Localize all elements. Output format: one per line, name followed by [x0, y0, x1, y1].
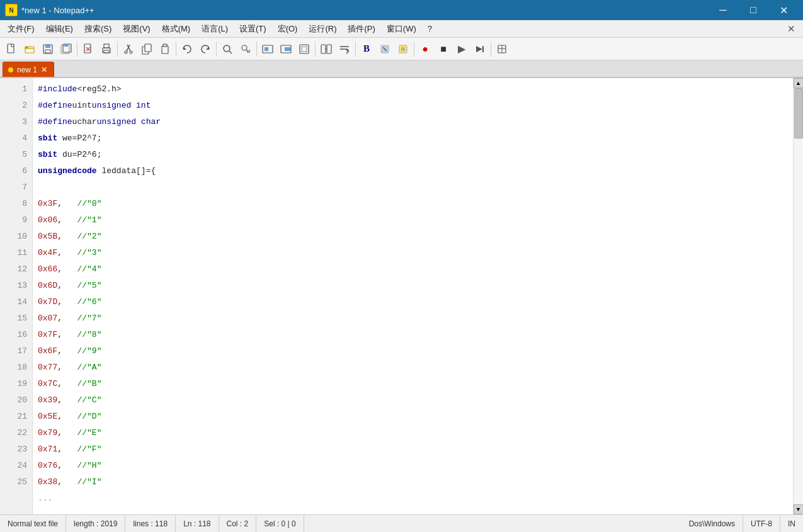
code-line-24: 0x76, //"H"	[38, 457, 793, 473]
tb-style3[interactable]	[394, 40, 412, 58]
tb-zoom-out[interactable]	[277, 40, 295, 58]
window-title: *new 1 - Notepad++	[21, 6, 94, 15]
sep8	[414, 42, 414, 57]
tab-modified-indicator	[8, 67, 13, 72]
tb-macro-end[interactable]	[471, 40, 489, 58]
menu-settings[interactable]: 设置(T)	[234, 21, 271, 37]
svg-rect-8	[64, 44, 68, 47]
code-line-21: 0x5E, //"D"	[38, 408, 793, 424]
svg-point-25	[224, 45, 230, 52]
line-number-7: 7	[0, 179, 32, 195]
tb-plugin[interactable]	[493, 40, 511, 58]
tb-find[interactable]	[219, 40, 236, 58]
status-length: length : 2019	[66, 515, 125, 532]
status-col: Col : 2	[219, 515, 257, 532]
tb-full[interactable]	[295, 40, 313, 58]
line-number-23: 23	[0, 441, 32, 457]
code-line-11: 0x4F, //"3"	[38, 244, 793, 261]
menu-help[interactable]: ?	[423, 22, 437, 35]
code-line-22: 0x79, //"E"	[38, 424, 793, 441]
svg-rect-36	[327, 45, 331, 54]
svg-point-18	[130, 51, 132, 54]
line-numbers: 1234567891011121314151617181920212223242…	[0, 78, 33, 514]
code-line-2: #define uint unsigned int	[38, 97, 793, 113]
status-bar: Normal text file length : 2019 lines : 1…	[0, 514, 803, 532]
toolbar: B ● ■ ▶	[0, 38, 803, 60]
menu-file[interactable]: 文件(F)	[3, 21, 40, 37]
tb-copy[interactable]	[138, 40, 156, 58]
tb-style-bold[interactable]: B	[358, 40, 375, 58]
scroll-up-btn[interactable]: ▲	[794, 78, 804, 88]
menu-plugins[interactable]: 插件(P)	[343, 21, 380, 37]
menu-language[interactable]: 语言(L)	[196, 21, 233, 37]
svg-line-26	[229, 51, 232, 54]
code-line-4: sbit we=P2^7;	[38, 130, 793, 146]
tb-close[interactable]	[79, 40, 97, 58]
tb-style2[interactable]	[376, 40, 394, 58]
line-number-15: 15	[0, 310, 32, 326]
line-number-17: 17	[0, 342, 32, 359]
tab-new1[interactable]: new 1 ✕	[3, 62, 54, 77]
menu-view[interactable]: 视图(V)	[118, 21, 155, 37]
menu-macro[interactable]: 宏(O)	[273, 21, 303, 37]
line-number-20: 20	[0, 392, 32, 408]
tb-paste[interactable]	[156, 40, 174, 58]
line-number-16: 16	[0, 326, 32, 342]
scroll-track[interactable]	[794, 88, 804, 504]
svg-point-27	[242, 45, 247, 50]
tb-macro-rec[interactable]: ●	[416, 40, 434, 58]
line-number-18: 18	[0, 359, 32, 375]
menu-edit[interactable]: 编辑(E)	[41, 21, 78, 37]
tab-close-btn[interactable]: ✕	[41, 65, 47, 74]
tb-replace[interactable]	[237, 40, 254, 58]
tb-save-all[interactable]	[57, 40, 75, 58]
svg-rect-5	[45, 50, 50, 53]
maximize-button[interactable]: □	[739, 0, 768, 20]
tb-print[interactable]	[98, 40, 115, 58]
tb-cut[interactable]	[120, 40, 137, 58]
menu-format[interactable]: 格式(M)	[157, 21, 196, 37]
title-controls: ─ □ ✕	[709, 0, 798, 20]
tb-macro-stop[interactable]: ■	[435, 40, 452, 58]
editor-container: 1234567891011121314151617181920212223242…	[0, 78, 803, 514]
line-number-6: 6	[0, 162, 32, 179]
menu-window[interactable]: 窗口(W)	[382, 21, 421, 37]
line-number-10: 10	[0, 228, 32, 244]
tb-redo[interactable]	[196, 40, 214, 58]
vertical-scrollbar[interactable]: ▲ ▼	[793, 78, 803, 514]
menu-close-x[interactable]: ✕	[782, 21, 800, 37]
svg-rect-13	[104, 44, 109, 48]
status-file-type: Normal text file	[0, 515, 66, 532]
code-line-17: 0x6F, //"9"	[38, 342, 793, 359]
svg-point-17	[125, 51, 127, 54]
tb-new[interactable]	[3, 40, 20, 58]
svg-rect-2	[25, 47, 28, 48]
line-number-12: 12	[0, 261, 32, 277]
line-number-19: 19	[0, 375, 32, 392]
code-area[interactable]: #include<reg52.h>#define uint unsigned i…	[33, 78, 793, 514]
svg-marker-24	[206, 47, 209, 50]
code-line-13: 0x6D, //"5"	[38, 277, 793, 293]
tb-sync[interactable]	[317, 40, 335, 58]
code-line-14: 0x7D, //"6"	[38, 293, 793, 310]
scroll-thumb[interactable]	[794, 88, 803, 139]
tb-open[interactable]	[21, 40, 38, 58]
status-encoding: UTF-8	[743, 515, 780, 532]
menu-run[interactable]: 运行(R)	[304, 21, 341, 37]
menu-search[interactable]: 搜索(S)	[79, 21, 117, 37]
code-line-23: 0x71, //"F"	[38, 441, 793, 457]
minimize-button[interactable]: ─	[709, 0, 738, 20]
status-ln: Ln : 118	[176, 515, 219, 532]
tb-save[interactable]	[39, 40, 57, 58]
line-number-24: 24	[0, 457, 32, 473]
close-button[interactable]: ✕	[769, 0, 798, 20]
tb-wrap[interactable]	[336, 40, 353, 58]
svg-rect-42	[401, 47, 405, 51]
line-number-3: 3	[0, 113, 32, 130]
tb-zoom-in[interactable]	[259, 40, 276, 58]
code-line-partial: ...	[38, 490, 793, 506]
scroll-down-btn[interactable]: ▼	[794, 504, 804, 514]
tb-undo[interactable]	[178, 40, 196, 58]
tb-macro-play[interactable]: ▶	[453, 40, 470, 58]
svg-marker-23	[183, 47, 186, 50]
